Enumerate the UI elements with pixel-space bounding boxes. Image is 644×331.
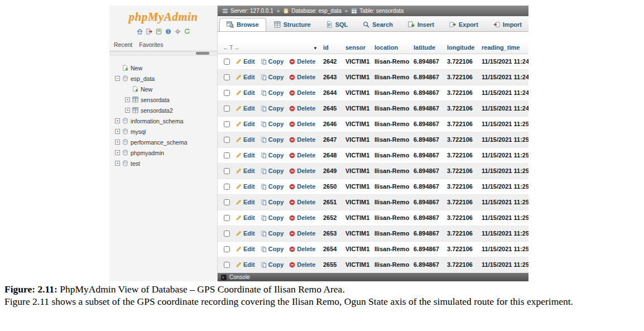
row-checkbox[interactable] — [224, 168, 230, 174]
tab-import[interactable]: Import — [486, 18, 528, 31]
row-checkbox[interactable] — [224, 105, 230, 112]
edit-link[interactable]: Edit — [236, 230, 255, 237]
delete-link[interactable]: Delete — [289, 121, 315, 127]
edit-link[interactable]: Edit — [236, 167, 255, 174]
column-header-id[interactable]: id — [321, 42, 344, 54]
column-header-sensor[interactable]: sensor — [344, 42, 373, 54]
delete-link[interactable]: Delete — [289, 58, 315, 65]
copy-link[interactable]: Copy — [261, 74, 284, 80]
plus-expander-icon[interactable]: + — [115, 129, 120, 134]
row-checkbox[interactable] — [224, 137, 230, 143]
tree-item-performance-schema[interactable]: +performance_schema — [109, 137, 217, 147]
copy-link[interactable]: Copy — [261, 105, 284, 112]
delete-link[interactable]: Delete — [289, 183, 315, 190]
copy-link[interactable]: Copy — [261, 167, 284, 174]
delete-link[interactable]: Delete — [289, 246, 315, 252]
tab-sql[interactable]: SQL — [319, 18, 355, 31]
copy-link[interactable]: Copy — [261, 183, 284, 190]
info-icon[interactable] — [165, 28, 171, 35]
edit-link[interactable]: Edit — [236, 246, 255, 252]
edit-link[interactable]: Edit — [236, 199, 255, 205]
tree-item-test[interactable]: +test — [109, 158, 217, 169]
edit-link[interactable]: Edit — [236, 58, 255, 65]
tree-item-sensordata2[interactable]: +sensordata2 — [109, 105, 217, 116]
plus-expander-icon[interactable]: + — [115, 161, 120, 166]
delete-link[interactable]: Delete — [289, 199, 315, 205]
copy-link[interactable]: Copy — [261, 136, 284, 143]
plus-expander-icon[interactable]: + — [115, 118, 120, 123]
tab-browse[interactable]: Browse — [219, 18, 266, 31]
column-header-location[interactable]: location — [373, 42, 412, 54]
docs-icon[interactable] — [156, 28, 162, 35]
row-checkbox[interactable] — [224, 184, 230, 190]
edit-link[interactable]: Edit — [236, 121, 255, 127]
edit-link[interactable]: Edit — [236, 105, 255, 112]
copy-link[interactable]: Copy — [261, 199, 284, 205]
collapse-handle-icon[interactable] — [196, 52, 209, 55]
tree-item-esp-data[interactable]: −esp_data — [109, 73, 217, 84]
tab-recent[interactable]: Recent — [114, 41, 132, 48]
tab-structure[interactable]: Structure — [267, 18, 318, 31]
column-header-latitude[interactable]: latitude — [412, 42, 445, 54]
copy-link[interactable]: Copy — [261, 89, 284, 96]
tree-item-mysql[interactable]: +mysql — [109, 126, 217, 137]
row-checkbox[interactable] — [224, 59, 230, 65]
tab-favorites[interactable]: Favorites — [139, 41, 163, 48]
edit-link[interactable]: Edit — [236, 89, 255, 96]
column-header-reading_time[interactable]: reading_time — [480, 42, 528, 54]
tab-export[interactable]: Export — [442, 18, 486, 31]
row-checkbox[interactable] — [224, 262, 230, 268]
minus-expander-icon[interactable]: − — [115, 76, 120, 81]
copy-link[interactable]: Copy — [261, 121, 284, 127]
tree-item-new[interactable]: New — [109, 84, 217, 94]
copy-link[interactable]: Copy — [261, 261, 284, 268]
delete-link[interactable]: Delete — [289, 74, 315, 80]
edit-link[interactable]: Edit — [236, 261, 255, 268]
plus-expander-icon[interactable]: + — [115, 140, 120, 145]
breadcrumb-database[interactable]: Database: esp_data — [291, 8, 342, 14]
row-checkbox[interactable] — [224, 152, 230, 159]
sort-desc-icon[interactable]: ▼ — [313, 46, 318, 51]
delete-link[interactable]: Delete — [289, 105, 315, 112]
edit-link[interactable]: Edit — [236, 136, 255, 143]
delete-link[interactable]: Delete — [289, 152, 315, 159]
delete-link[interactable]: Delete — [289, 214, 315, 221]
home-icon[interactable] — [137, 28, 143, 35]
delete-link[interactable]: Delete — [289, 136, 315, 143]
column-header-longitude[interactable]: longitude — [445, 42, 480, 54]
edit-link[interactable]: Edit — [236, 74, 255, 80]
delete-link[interactable]: Delete — [289, 89, 315, 96]
tree-item-sensordata[interactable]: +sensordata — [109, 94, 217, 105]
console-bar[interactable]: Console — [218, 273, 528, 281]
edit-link[interactable]: Edit — [236, 152, 255, 159]
column-options-label[interactable]: ←T→ — [223, 44, 241, 51]
row-checkbox[interactable] — [224, 246, 230, 252]
logout-icon[interactable] — [146, 28, 152, 35]
tree-item-new[interactable]: New — [109, 63, 217, 73]
row-checkbox[interactable] — [224, 199, 230, 205]
row-checkbox[interactable] — [224, 90, 230, 96]
plus-expander-icon[interactable]: + — [115, 150, 120, 155]
edit-link[interactable]: Edit — [236, 183, 255, 190]
plus-expander-icon[interactable]: + — [125, 108, 130, 113]
copy-link[interactable]: Copy — [261, 152, 284, 159]
tab-insert[interactable]: Insert — [401, 18, 441, 31]
row-checkbox[interactable] — [224, 231, 230, 237]
tree-item-phpmyadmin[interactable]: +phpmyadmin — [109, 147, 217, 158]
delete-link[interactable]: Delete — [289, 167, 315, 174]
refresh-icon[interactable] — [184, 28, 190, 35]
copy-link[interactable]: Copy — [261, 58, 284, 65]
row-checkbox[interactable] — [224, 74, 230, 80]
copy-link[interactable]: Copy — [261, 246, 284, 252]
copy-link[interactable]: Copy — [261, 214, 284, 221]
breadcrumb-table[interactable]: Table: sensordata — [359, 8, 403, 14]
breadcrumb-server[interactable]: Server: 127.0.0.1 — [230, 8, 273, 14]
edit-link[interactable]: Edit — [236, 214, 255, 221]
copy-link[interactable]: Copy — [261, 230, 284, 237]
delete-link[interactable]: Delete — [289, 261, 315, 268]
delete-link[interactable]: Delete — [289, 230, 315, 237]
tree-item-information-schema[interactable]: +information_schema — [109, 116, 217, 126]
tab-search[interactable]: Search — [355, 18, 400, 31]
row-checkbox[interactable] — [224, 215, 230, 221]
plus-expander-icon[interactable]: + — [125, 97, 130, 102]
